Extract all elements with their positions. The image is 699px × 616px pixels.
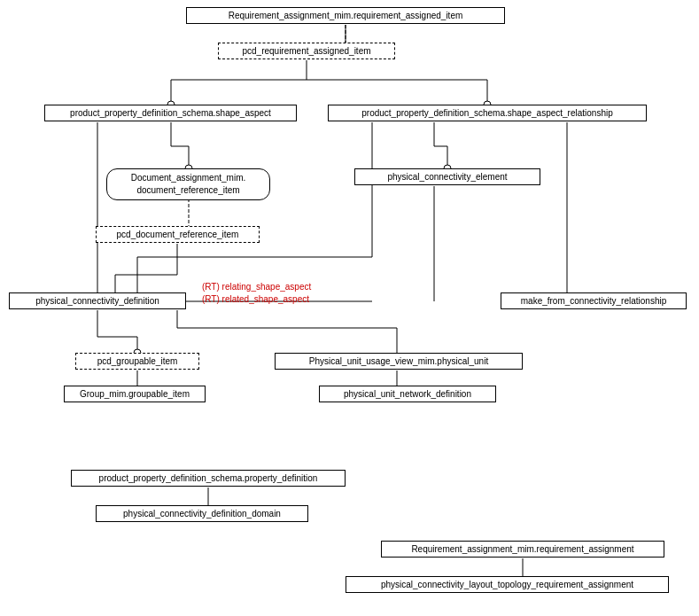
diagram-container: Requirement_assignment_mim.requirement_a… <box>0 0 699 616</box>
node-pcd-groupable: pcd_groupable_item <box>75 353 199 370</box>
node-physical-unit-usage: Physical_unit_usage_view_mim.physical_un… <box>275 353 523 370</box>
node-shape-aspect: product_property_definition_schema.shape… <box>44 105 297 121</box>
node-group-mim: Group_mim.groupable_item <box>64 386 206 402</box>
node-requirement-assignment: Requirement_assignment_mim.requirement_a… <box>186 7 505 24</box>
node-physical-connectivity-definition: physical_connectivity_definition <box>9 292 186 309</box>
node-physical-connectivity-element: physical_connectivity_element <box>354 168 540 185</box>
label-rt-relating: (RT) relating_shape_aspect <box>202 282 311 292</box>
node-pcd-document: pcd_document_reference_item <box>96 226 260 243</box>
node-property-definition: product_property_definition_schema.prope… <box>71 470 346 487</box>
node-pcd-requirement: pcd_requirement_assigned_item <box>218 43 395 59</box>
node-physical-unit-network: physical_unit_network_definition <box>319 386 496 402</box>
node-document-assignment: Document_assignment_mim.document_referen… <box>106 168 270 200</box>
label-rt-related: (RT) related_shape_aspect <box>202 294 309 304</box>
node-connectivity-layout-topology: physical_connectivity_layout_topology_re… <box>346 576 669 593</box>
node-requirement-assignment2: Requirement_assignment_mim.requirement_a… <box>381 541 664 558</box>
node-make-from: make_from_connectivity_relationship <box>501 292 687 309</box>
node-connectivity-definition-domain: physical_connectivity_definition_domain <box>96 505 308 522</box>
node-shape-aspect-relationship: product_property_definition_schema.shape… <box>328 105 647 121</box>
